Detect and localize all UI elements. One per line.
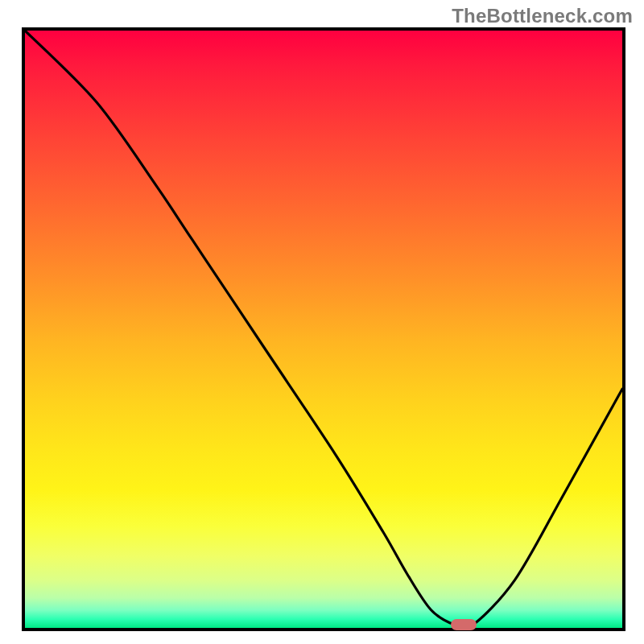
plot-area — [22, 27, 625, 631]
curve-layer — [25, 31, 622, 628]
optimum-marker — [451, 619, 477, 630]
chart-stage: TheBottleneck.com — [0, 0, 644, 644]
bottleneck-curve — [25, 31, 622, 628]
watermark-text: TheBottleneck.com — [452, 5, 633, 27]
